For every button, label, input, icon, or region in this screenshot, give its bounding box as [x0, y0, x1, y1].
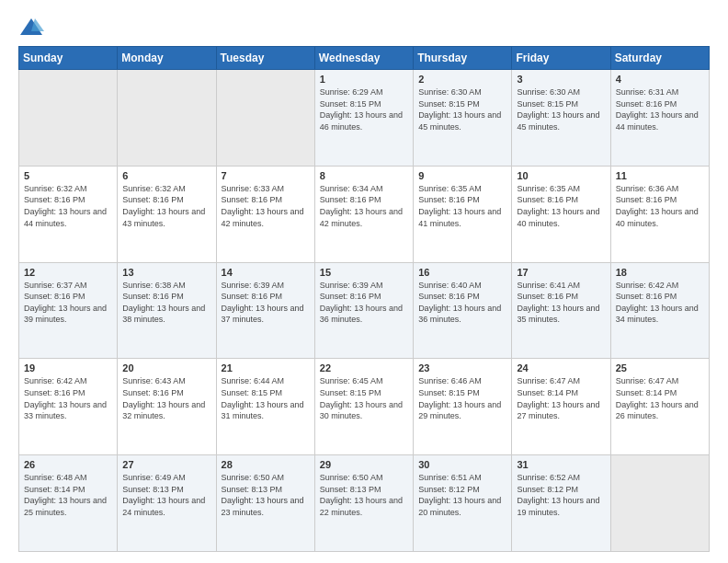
calendar-cell: 21Sunrise: 6:44 AM Sunset: 8:15 PM Dayli…	[216, 359, 314, 455]
day-number: 16	[418, 267, 506, 278]
col-header-friday: Friday	[512, 47, 610, 70]
day-info: Sunrise: 6:38 AM Sunset: 8:16 PM Dayligh…	[122, 280, 210, 326]
day-info: Sunrise: 6:46 AM Sunset: 8:15 PM Dayligh…	[418, 375, 506, 421]
day-number: 30	[418, 459, 506, 470]
week-row-0: 1Sunrise: 6:29 AM Sunset: 8:15 PM Daylig…	[19, 70, 710, 167]
day-number: 10	[517, 170, 605, 181]
day-number: 31	[517, 459, 605, 470]
header	[18, 15, 710, 40]
day-info: Sunrise: 6:32 AM Sunset: 8:16 PM Dayligh…	[122, 183, 210, 229]
calendar-cell: 2Sunrise: 6:30 AM Sunset: 8:15 PM Daylig…	[414, 70, 512, 167]
col-header-monday: Monday	[118, 47, 216, 70]
day-info: Sunrise: 6:37 AM Sunset: 8:16 PM Dayligh…	[24, 280, 112, 326]
calendar-cell: 26Sunrise: 6:48 AM Sunset: 8:14 PM Dayli…	[19, 455, 118, 552]
week-row-1: 5Sunrise: 6:32 AM Sunset: 8:16 PM Daylig…	[19, 166, 710, 262]
day-number: 1	[320, 74, 408, 85]
day-info: Sunrise: 6:45 AM Sunset: 8:15 PM Dayligh…	[320, 375, 408, 421]
calendar-cell: 3Sunrise: 6:30 AM Sunset: 8:15 PM Daylig…	[512, 70, 610, 167]
day-number: 29	[320, 459, 408, 470]
day-number: 14	[222, 267, 310, 278]
day-number: 3	[517, 74, 605, 85]
col-header-wednesday: Wednesday	[314, 47, 413, 70]
calendar-cell: 15Sunrise: 6:39 AM Sunset: 8:16 PM Dayli…	[314, 262, 413, 359]
day-number: 2	[418, 74, 506, 85]
day-info: Sunrise: 6:52 AM Sunset: 8:12 PM Dayligh…	[517, 472, 605, 518]
day-number: 4	[616, 74, 704, 85]
calendar-cell: 28Sunrise: 6:50 AM Sunset: 8:13 PM Dayli…	[216, 455, 314, 552]
day-info: Sunrise: 6:32 AM Sunset: 8:16 PM Dayligh…	[24, 183, 112, 229]
calendar-cell: 5Sunrise: 6:32 AM Sunset: 8:16 PM Daylig…	[19, 166, 118, 262]
week-row-2: 12Sunrise: 6:37 AM Sunset: 8:16 PM Dayli…	[19, 262, 710, 359]
day-number: 13	[122, 267, 210, 278]
day-number: 27	[122, 459, 210, 470]
day-info: Sunrise: 6:50 AM Sunset: 8:13 PM Dayligh…	[222, 472, 310, 518]
day-number: 23	[418, 362, 506, 373]
day-number: 17	[517, 267, 605, 278]
day-info: Sunrise: 6:30 AM Sunset: 8:15 PM Dayligh…	[517, 86, 605, 132]
calendar-cell: 27Sunrise: 6:49 AM Sunset: 8:13 PM Dayli…	[118, 455, 216, 552]
calendar-cell: 31Sunrise: 6:52 AM Sunset: 8:12 PM Dayli…	[512, 455, 610, 552]
calendar-cell	[19, 70, 118, 167]
logo-icon	[18, 15, 44, 40]
day-number: 26	[24, 459, 112, 470]
day-number: 22	[320, 362, 408, 373]
calendar-cell	[610, 455, 709, 552]
day-number: 19	[24, 362, 112, 373]
calendar-cell	[118, 70, 216, 167]
day-info: Sunrise: 6:35 AM Sunset: 8:16 PM Dayligh…	[418, 183, 506, 229]
day-info: Sunrise: 6:47 AM Sunset: 8:14 PM Dayligh…	[616, 375, 704, 421]
calendar-cell: 14Sunrise: 6:39 AM Sunset: 8:16 PM Dayli…	[216, 262, 314, 359]
col-header-thursday: Thursday	[414, 47, 512, 70]
day-info: Sunrise: 6:31 AM Sunset: 8:16 PM Dayligh…	[616, 86, 704, 132]
svg-marker-1	[31, 18, 44, 31]
day-info: Sunrise: 6:39 AM Sunset: 8:16 PM Dayligh…	[222, 280, 310, 326]
calendar-cell: 12Sunrise: 6:37 AM Sunset: 8:16 PM Dayli…	[19, 262, 118, 359]
calendar-cell: 19Sunrise: 6:42 AM Sunset: 8:16 PM Dayli…	[19, 359, 118, 455]
day-info: Sunrise: 6:40 AM Sunset: 8:16 PM Dayligh…	[418, 280, 506, 326]
day-info: Sunrise: 6:42 AM Sunset: 8:16 PM Dayligh…	[616, 280, 704, 326]
day-number: 25	[616, 362, 704, 373]
day-info: Sunrise: 6:36 AM Sunset: 8:16 PM Dayligh…	[616, 183, 704, 229]
col-header-saturday: Saturday	[610, 47, 709, 70]
calendar-cell: 1Sunrise: 6:29 AM Sunset: 8:15 PM Daylig…	[314, 70, 413, 167]
day-info: Sunrise: 6:48 AM Sunset: 8:14 PM Dayligh…	[24, 472, 112, 518]
calendar-cell: 8Sunrise: 6:34 AM Sunset: 8:16 PM Daylig…	[314, 166, 413, 262]
day-number: 6	[122, 170, 210, 181]
day-info: Sunrise: 6:41 AM Sunset: 8:16 PM Dayligh…	[517, 280, 605, 326]
calendar-cell: 11Sunrise: 6:36 AM Sunset: 8:16 PM Dayli…	[610, 166, 709, 262]
col-header-sunday: Sunday	[19, 47, 118, 70]
day-info: Sunrise: 6:47 AM Sunset: 8:14 PM Dayligh…	[517, 375, 605, 421]
day-number: 5	[24, 170, 112, 181]
day-number: 18	[616, 267, 704, 278]
day-number: 24	[517, 362, 605, 373]
logo	[18, 15, 48, 40]
calendar-cell: 25Sunrise: 6:47 AM Sunset: 8:14 PM Dayli…	[610, 359, 709, 455]
page: SundayMondayTuesdayWednesdayThursdayFrid…	[0, 0, 728, 563]
day-number: 21	[222, 362, 310, 373]
day-info: Sunrise: 6:42 AM Sunset: 8:16 PM Dayligh…	[24, 375, 112, 421]
day-info: Sunrise: 6:34 AM Sunset: 8:16 PM Dayligh…	[320, 183, 408, 229]
day-info: Sunrise: 6:43 AM Sunset: 8:16 PM Dayligh…	[122, 375, 210, 421]
day-number: 12	[24, 267, 112, 278]
day-info: Sunrise: 6:51 AM Sunset: 8:12 PM Dayligh…	[418, 472, 506, 518]
header-row: SundayMondayTuesdayWednesdayThursdayFrid…	[19, 47, 710, 70]
calendar-cell: 7Sunrise: 6:33 AM Sunset: 8:16 PM Daylig…	[216, 166, 314, 262]
calendar-cell: 17Sunrise: 6:41 AM Sunset: 8:16 PM Dayli…	[512, 262, 610, 359]
day-number: 8	[320, 170, 408, 181]
calendar-cell: 10Sunrise: 6:35 AM Sunset: 8:16 PM Dayli…	[512, 166, 610, 262]
calendar-table: SundayMondayTuesdayWednesdayThursdayFrid…	[18, 46, 710, 552]
day-info: Sunrise: 6:49 AM Sunset: 8:13 PM Dayligh…	[122, 472, 210, 518]
calendar-cell: 30Sunrise: 6:51 AM Sunset: 8:12 PM Dayli…	[414, 455, 512, 552]
day-info: Sunrise: 6:50 AM Sunset: 8:13 PM Dayligh…	[320, 472, 408, 518]
week-row-4: 26Sunrise: 6:48 AM Sunset: 8:14 PM Dayli…	[19, 455, 710, 552]
day-info: Sunrise: 6:33 AM Sunset: 8:16 PM Dayligh…	[222, 183, 310, 229]
calendar-cell: 9Sunrise: 6:35 AM Sunset: 8:16 PM Daylig…	[414, 166, 512, 262]
day-info: Sunrise: 6:29 AM Sunset: 8:15 PM Dayligh…	[320, 86, 408, 132]
day-number: 11	[616, 170, 704, 181]
day-info: Sunrise: 6:44 AM Sunset: 8:15 PM Dayligh…	[222, 375, 310, 421]
day-number: 20	[122, 362, 210, 373]
day-info: Sunrise: 6:35 AM Sunset: 8:16 PM Dayligh…	[517, 183, 605, 229]
calendar-cell: 23Sunrise: 6:46 AM Sunset: 8:15 PM Dayli…	[414, 359, 512, 455]
calendar-cell: 24Sunrise: 6:47 AM Sunset: 8:14 PM Dayli…	[512, 359, 610, 455]
calendar-cell: 18Sunrise: 6:42 AM Sunset: 8:16 PM Dayli…	[610, 262, 709, 359]
